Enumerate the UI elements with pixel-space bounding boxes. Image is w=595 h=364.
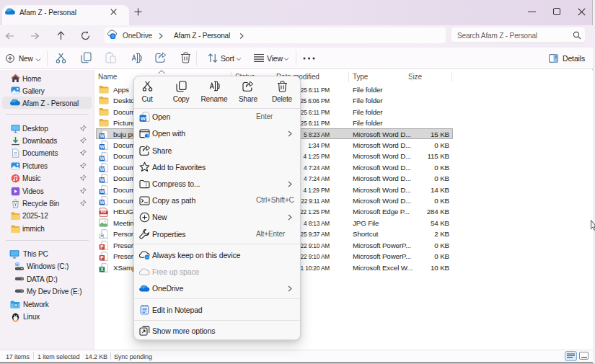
svg-text:W: W	[100, 133, 105, 138]
svg-text:W: W	[100, 144, 105, 149]
svg-text:W: W	[141, 115, 146, 122]
svg-text:W: W	[100, 167, 105, 172]
svg-text:PDF: PDF	[101, 210, 107, 214]
svg-text:W: W	[100, 200, 105, 205]
svg-text:W: W	[100, 156, 105, 161]
svg-text:W: W	[100, 178, 105, 183]
svg-text:W: W	[100, 189, 105, 194]
